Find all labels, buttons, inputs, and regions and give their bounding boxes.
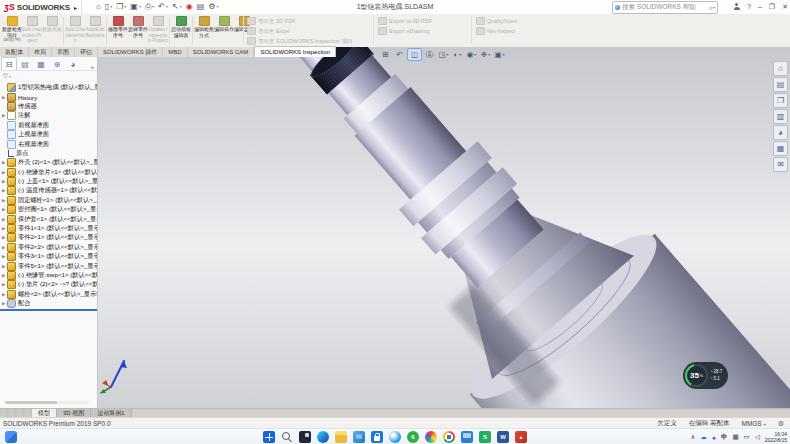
custom-properties-icon[interactable]: ▦ [773,141,788,156]
hide-show-items-icon[interactable]: ◉▾ [465,49,478,60]
login-user-icon[interactable] [733,3,740,10]
ime-chinese-icon[interactable]: 中 [721,433,728,442]
configurationmanager-tab[interactable]: ▦ [33,57,49,70]
scrollbar-thumb[interactable] [5,401,57,404]
search-caret-icon[interactable]: ▾ [713,5,715,10]
tab-评估[interactable]: 评估 [75,47,98,57]
taskpane-home-icon[interactable]: ⌂ [773,61,788,76]
previous-view-icon[interactable]: ↶ [393,49,406,60]
mail-icon[interactable]: ✉ [353,431,365,443]
open-icon[interactable]: ❒▾ [116,3,126,11]
app-green-circle-icon[interactable]: 6 [407,431,419,443]
tree-item[interactable]: ▶注解 [0,111,97,120]
ribbon-button-launch-template-editor[interactable]: 启动模板编辑器 [171,15,191,46]
tree-item[interactable]: ▶固定螺栓<1> (默认<<默认>_显示 [0,196,97,205]
panel-splitter[interactable] [0,309,97,311]
tab-mbd[interactable]: MBD [163,47,187,57]
tab-solidworks-cam[interactable]: SOLIDWORKS CAM [188,47,255,57]
section-view-icon[interactable]: ◫ [407,48,422,61]
tree-item[interactable]: ▶零件5<1> (默认<<默认>_显示状态 [0,261,97,270]
restore-button[interactable]: ❐ [769,3,775,11]
tab-草图[interactable]: 草图 [52,47,75,57]
app-green-s-icon[interactable]: S [479,431,491,443]
ribbon-button-select-balloons[interactable]: 选择零件序号 [128,15,148,46]
word-icon[interactable]: W [497,431,509,443]
tray-grid-icon[interactable]: ▦ [732,433,738,441]
tree-item[interactable]: ▶(-) 绝缘管.step<1> (默认<<默认> [0,271,97,280]
tree-filter[interactable]: ▽ ▾ [0,71,97,82]
edit-appearance-icon[interactable]: ❉▾ [479,49,492,60]
widgets-icon[interactable] [5,431,17,443]
onedrive-icon[interactable]: ☁ [700,433,707,441]
apply-scene-icon[interactable]: ▣▾ [493,49,506,60]
menu-expand-arrow[interactable]: ▸ [74,4,77,11]
display-tray-icon[interactable]: ▭ [744,433,750,441]
search-button[interactable] [281,431,293,443]
solidworks-taskbar-icon[interactable]: ▲ [515,431,527,443]
file-explorer-icon[interactable] [335,431,347,443]
remote-desktop-icon[interactable] [461,431,473,443]
file-properties-icon[interactable]: ▤ [197,3,205,11]
dimxpertmanager-tab[interactable]: ⊕ [49,57,65,70]
start-button[interactable] [263,431,275,443]
ribbon-button-remove-balloons[interactable]: 移除零件序号 [108,15,128,46]
tree-item[interactable]: 传感器 [0,102,97,111]
tree-item[interactable]: 1型铠装热电偶 (默认<默认_显示状态-1 [0,83,97,92]
volume-icon[interactable]: ◁ [755,433,760,441]
minimize-button[interactable]: – [758,3,762,10]
tree-item[interactable]: 右视基准面 [0,139,97,148]
app-blue-circle-icon[interactable] [389,431,401,443]
tree-item[interactable]: 原点 [0,149,97,158]
edge-icon[interactable] [317,431,329,443]
units-selector[interactable]: MMGS▾ [741,420,765,427]
app-pinwheel-icon[interactable] [425,431,437,443]
search-input[interactable]: 搜索 SOLIDWORKS 帮助 ⌕ ▾ [612,1,718,14]
displaymanager-tab[interactable]: ◕ [65,57,81,70]
tree-item[interactable]: 上视基准面 [0,130,97,139]
ribbon-button-edit-inspection-method[interactable]: 编辑检查方式 [194,15,214,46]
tree-item[interactable]: ▶(-) 温度传感器<1> (默认<<默认>_ [0,186,97,195]
help-button[interactable]: ? [747,3,751,10]
tab-布局[interactable]: 布局 [29,47,52,57]
forum-icon[interactable]: ✉ [773,157,788,172]
panel-horizontal-scrollbar[interactable] [5,401,89,404]
taskbar-clock[interactable]: 16:042022/8/15 [765,431,787,444]
close-button[interactable]: ✕ [782,3,788,11]
tree-item[interactable]: ▶(-) 垫片 (2)<2> ->? (默认<<默认> [0,280,97,289]
tray-ball-icon[interactable]: ● [712,434,716,441]
tree-item[interactable]: ▶(-) 上盖<1> (默认<<默认>_显示状 [0,177,97,186]
options-icon[interactable]: ⚙▾ [208,3,218,11]
tree-item[interactable]: ▶零件2<1> (默认<<默认>_显示状态 [0,233,97,242]
tree-item[interactable]: ▶配合 [0,299,97,308]
rebuild-icon[interactable]: ◉ [186,3,193,11]
tree-item[interactable]: ▶保护套<1> (默认<<默认>_显示状 [0,214,97,223]
tab-solidworks-inspection[interactable]: SOLIDWORKS Inspection [254,46,336,57]
save-icon[interactable]: ▣▾ [130,3,141,11]
view-orientation-icon[interactable]: ◳▾ [437,49,450,60]
tree-item[interactable]: 前视基准面 [0,121,97,130]
tree-item[interactable]: ▶(-) 绝缘垫片<1> (默认<<默认>_显 [0,168,97,177]
tray-expand-icon[interactable]: ∧ [690,433,695,441]
print-icon[interactable]: ⎙▾ [145,3,154,11]
new-document-icon[interactable]: ▯▾ [105,3,112,11]
tree-item[interactable]: ▶密封圈<1> (默认<<默认>_显示状 [0,205,97,214]
tree-item[interactable]: ▶History [0,92,97,101]
ribbon-button-new-inspection-project[interactable]: 新建检查项目(amp;纯) [2,15,22,46]
panel-tabs-overflow[interactable]: » [91,64,96,70]
zoom-fit-icon[interactable]: ⌖ [365,49,378,60]
annotation-views-icon[interactable]: Ⓐ [423,49,436,60]
featuremanager-tab[interactable]: ⊟ [1,57,17,70]
tab-装配体[interactable]: 装配体 [0,47,29,57]
task-view-button[interactable] [299,431,311,443]
undo-icon[interactable]: ↶▾ [158,3,168,11]
ribbon-button-edit-operation[interactable]: 编辑操作 [214,15,234,46]
viewport-canvas[interactable] [97,47,790,408]
tree-item[interactable]: ▶外壳 (2)<1> (默认<<默认>_显示状 [0,158,97,167]
file-explorer-pane-icon[interactable]: ❒ [773,93,788,108]
home-icon[interactable]: ⌂ [96,3,101,11]
tab-solidworks-插件[interactable]: SOLIDWORKS 插件 [98,47,163,57]
tree-item[interactable]: ▶螺栓<2> (默认<<默认>_显示状态 [0,290,97,299]
resources-icon[interactable]: ⚙ [778,420,784,428]
design-library-icon[interactable]: ▤ [773,77,788,92]
zoom-area-icon[interactable]: ⊞ [379,49,392,60]
